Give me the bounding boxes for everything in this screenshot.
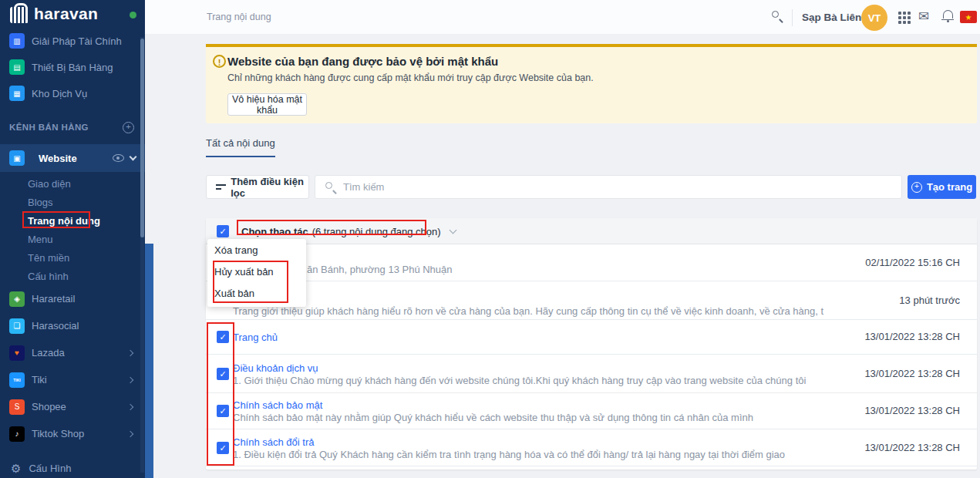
select-all-checkbox[interactable] (217, 225, 229, 237)
tiktok-icon: ♪ (9, 426, 25, 442)
warning-icon: ! (213, 55, 226, 68)
add-channel-icon[interactable] (123, 122, 134, 133)
finance-icon: ▥ (9, 33, 25, 49)
avatar[interactable]: VT (861, 5, 887, 31)
sidebar-item-tiktok-shop[interactable]: ♪ Tiktok Shop (0, 420, 145, 447)
submenu-item-menu[interactable]: Menu (0, 230, 145, 248)
menu-item-publish[interactable]: Xuất bản (207, 283, 306, 305)
row-checkbox[interactable] (217, 405, 229, 417)
haravan-admin-page: haravan ▥ Giải Pháp Tài Chính ▤ Thiết Bị… (0, 0, 980, 478)
sidebar-item-website[interactable]: ▣ Website (0, 144, 145, 172)
eye-icon[interactable] (113, 154, 124, 162)
pages-table: Chọn thao tác (6 trang nội dung đang chọ… (206, 218, 977, 470)
plus-circle-icon (911, 182, 922, 193)
row-date: 13/01/2022 13:28 CH (864, 442, 960, 453)
submenu-item-themes[interactable]: Giao diện (0, 174, 145, 193)
search-input[interactable] (343, 176, 883, 198)
gear-icon: ⚙ (11, 462, 21, 476)
chevron-down-icon (449, 227, 456, 234)
service-icon: ▦ (9, 86, 25, 101)
sidebar-item-services[interactable]: ▦ Kho Dịch Vụ (0, 80, 145, 106)
row-date: 02/11/2022 15:16 CH (865, 257, 960, 268)
row-checkbox[interactable] (217, 331, 229, 343)
topbar-divider (792, 9, 793, 26)
row-checkbox[interactable] (217, 368, 229, 380)
page-description: 1. Giới thiệu Chào mừng quý khách hàng đ… (233, 375, 806, 387)
channel-label: Tiktok Shop (32, 428, 128, 439)
row-date: 13 phút trước (899, 295, 960, 306)
menu-item-delete-page[interactable]: Xóa trang (207, 240, 306, 261)
channel-label: Harasocial (32, 320, 133, 332)
website-label: Website (39, 153, 113, 164)
menu-item-unpublish[interactable]: Hủy xuất bản (207, 261, 306, 283)
sidebar-item-pos-devices[interactable]: ▤ Thiết Bị Bán Hàng (0, 54, 145, 80)
page-title-link[interactable]: Chính sách bảo mật (233, 399, 322, 412)
chevron-right-icon (127, 376, 133, 382)
bell-icon[interactable] (943, 10, 953, 19)
page-title-link[interactable]: Điều khoản dịch vụ (233, 362, 318, 375)
pos-device-icon: ▤ (9, 59, 25, 75)
search-box (315, 175, 902, 199)
page-title-link[interactable]: Chính sách đổi trả (233, 436, 315, 449)
submenu-item-pages[interactable]: Trang nội dung (0, 211, 145, 230)
disable-password-button[interactable]: Vô hiệu hóa mật khẩu (227, 93, 307, 116)
shopee-icon: S (9, 399, 25, 415)
search-icon (325, 182, 337, 194)
bulk-action-header: Chọn thao tác (6 trang nội dung đang chọ… (206, 218, 977, 244)
sidebar-item-tiki[interactable]: TIKI Tiki (0, 366, 145, 393)
banner-title: Website của bạn đang được bảo vệ bởi mật… (227, 55, 498, 68)
table-row[interactable]: Điều khoản dịch vụ 1. Giới thiệu Chào mừ… (206, 355, 977, 393)
channel-label: Hararetail (32, 293, 133, 305)
add-filter-button[interactable]: Thêm điều kiện lọc (206, 175, 309, 199)
chevron-down-icon (130, 153, 137, 161)
lazada-icon: ♥ (9, 345, 25, 361)
table-row[interactable]: Trang giới thiệu giúp khách hàng hiểu rõ… (206, 281, 977, 320)
section-label: KÊNH BÁN HÀNG (9, 123, 123, 132)
website-submenu: Giao diện Blogs Trang nội dung Menu Tên … (0, 174, 145, 285)
apps-grid-icon[interactable] (898, 12, 911, 24)
sidebar-item-settings[interactable]: ⚙ Cấu Hình (0, 455, 145, 478)
sidebar-item-hararetail[interactable]: ◈ Hararetail (0, 285, 145, 312)
filter-label: Thêm điều kiện lọc (231, 176, 308, 199)
sidebar: haravan ▥ Giải Pháp Tài Chính ▤ Thiết Bị… (0, 0, 145, 478)
create-page-button[interactable]: Tạo trang (908, 175, 976, 199)
vietnam-flag-icon[interactable]: ★ (960, 11, 977, 23)
sales-channels-section: KÊNH BÁN HÀNG (0, 116, 145, 139)
haravan-bag-icon (10, 7, 29, 23)
sidebar-item-label: Kho Dịch Vụ (32, 88, 87, 99)
submenu-item-blogs[interactable]: Blogs (0, 193, 145, 211)
table-row[interactable]: Trang chủ 13/01/2022 13:28 CH (206, 320, 977, 355)
submenu-item-config[interactable]: Cấu hình (0, 267, 145, 285)
topbar: Trang nội dung Sạp Bà Liên VT ✉ ★ (145, 0, 980, 35)
bulk-actions-label: Chọn thao tác (241, 226, 308, 237)
mail-icon[interactable]: ✉ (918, 8, 929, 25)
table-row[interactable]: Chính sách bảo mật Chính sách bảo mật nà… (206, 393, 977, 429)
settings-label: Cấu Hình (29, 463, 71, 474)
page-description: Chính sách bảo mật này nhằm giúp Quý khá… (233, 412, 753, 424)
submenu-item-domains[interactable]: Tên miền (0, 248, 145, 267)
search-icon[interactable] (772, 11, 784, 23)
status-dot (130, 12, 136, 19)
harasocial-icon: ❏ (9, 318, 25, 334)
table-row[interactable]: ăn Bánh, phường 13 Phú Nhuận 02/11/2022 … (206, 244, 977, 281)
table-row[interactable]: Chính sách đổi trả 1. Điều kiện đổi trả … (206, 429, 977, 466)
sidebar-item-harasocial[interactable]: ❏ Harasocial (0, 312, 145, 339)
sidebar-scrollbar[interactable] (140, 37, 144, 473)
sidebar-item-finance[interactable]: ▥ Giải Pháp Tài Chính (0, 28, 145, 54)
sidebar-item-label: Giải Pháp Tài Chính (32, 35, 122, 47)
sidebar-scrollbar-thumb[interactable] (140, 39, 144, 237)
sidebar-item-shopee[interactable]: S Shopee (0, 393, 145, 420)
haravan-logo[interactable]: haravan (0, 0, 145, 28)
page-title-link[interactable]: Trang chủ (233, 332, 278, 344)
row-checkbox[interactable] (217, 442, 229, 454)
sidebar-item-label: Thiết Bị Bán Hàng (32, 62, 113, 73)
create-label: Tạo trang (927, 181, 972, 193)
page-description: ăn Bánh, phường 13 Phú Nhuận (307, 264, 453, 275)
sidebar-item-lazada[interactable]: ♥ Lazada (0, 339, 145, 366)
chevron-right-icon (127, 403, 133, 409)
channel-label: Lazada (32, 347, 128, 358)
row-date: 13/01/2022 13:28 CH (864, 368, 960, 379)
tab-all-content[interactable]: Tất cả nội dung (206, 137, 275, 157)
user-name[interactable]: Sạp Bà Liên (802, 12, 861, 23)
breadcrumb: Trang nội dung (207, 12, 271, 22)
